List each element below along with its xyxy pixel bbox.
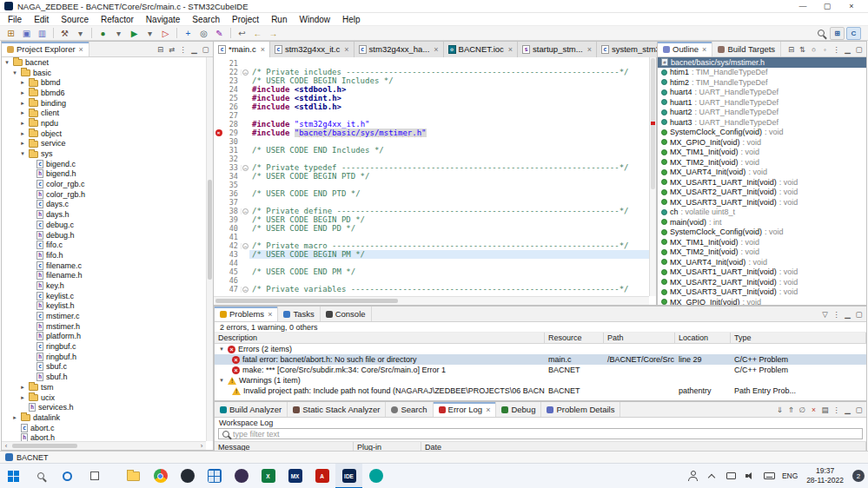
outline-item[interactable]: MX_TIM1_Init(void) : void [658, 148, 866, 158]
collapse-all-icon[interactable]: ⊟ [785, 43, 797, 56]
clear-log-icon[interactable]: ∅ [797, 404, 808, 416]
hscroll-thumb[interactable] [12, 444, 77, 448]
tree-item[interactable]: hringbuf.h [2, 352, 206, 362]
cortana-icon[interactable] [54, 464, 81, 488]
menu-search[interactable]: Search [186, 14, 226, 25]
column-header-path[interactable]: Path [604, 333, 675, 343]
expand-arrow-icon[interactable]: ▸ [19, 394, 26, 401]
outline-item[interactable]: MX_UART4_Init(void) : void [658, 168, 866, 178]
tree-item[interactable]: ▾basic [2, 68, 206, 78]
close-button[interactable]: × [839, 2, 864, 10]
outline-item[interactable]: SystemClock_Config(void) : void [658, 228, 866, 238]
mark-occurrences-icon[interactable]: ✎ [212, 27, 227, 40]
tree-item[interactable]: hbigend.h [2, 169, 206, 180]
tree-item[interactable]: cmstimer.c [2, 311, 206, 321]
outline-item[interactable]: MX_USART3_UART_Init(void) : void [658, 197, 866, 208]
editor-tab-stm32g4xxha[interactable]: cstm32g4xx_ha...× [354, 42, 444, 57]
user-icon[interactable] [683, 464, 702, 488]
outline-item[interactable]: ch : volatile uint8_t [658, 208, 866, 218]
outline-item[interactable]: MX_TIM2_Init(void) : void [658, 247, 866, 258]
chevron-up-icon[interactable] [702, 464, 721, 488]
volume-icon[interactable] [740, 464, 759, 488]
menu-window[interactable]: Window [293, 14, 336, 25]
problem-row[interactable]: Invalid project path: Include path not f… [215, 386, 866, 396]
open-perspective-icon[interactable]: ⊞ [830, 27, 845, 40]
hscroll-track[interactable] [10, 442, 197, 450]
outline-item[interactable]: MX_UART4_Init(void) : void [658, 257, 866, 267]
tree-item[interactable]: cdebug.c [2, 220, 206, 230]
run-menu-icon[interactable]: ▾ [142, 27, 157, 40]
stm32cubeprogrammer-icon[interactable] [362, 464, 389, 488]
tab-project-explorer[interactable]: Project Explorer× [2, 42, 89, 57]
close-icon[interactable]: × [508, 45, 513, 54]
tree-item[interactable]: ▸npdu [2, 118, 206, 129]
menu-run[interactable]: Run [265, 14, 293, 25]
explorer-hscrollbar[interactable] [2, 441, 206, 450]
taskbar-search-icon[interactable] [27, 464, 54, 488]
tree-item[interactable]: hplatform.h [2, 332, 206, 342]
expand-arrow-icon[interactable]: ▸ [19, 120, 26, 127]
view-menu-icon[interactable]: ⋮ [831, 43, 842, 56]
expand-arrow-icon[interactable]: ▸ [19, 100, 26, 107]
outline-item[interactable]: huart4 : UART_HandleTypeDef [658, 88, 866, 98]
sort-icon[interactable]: ⇅ [797, 43, 808, 56]
forward-icon[interactable]: → [266, 27, 281, 40]
tree-item[interactable]: hdebug.h [2, 230, 206, 241]
close-icon[interactable]: × [587, 45, 592, 54]
tree-item[interactable]: cringbuf.c [2, 341, 206, 352]
fold-collapse-icon[interactable]: − [242, 243, 248, 249]
tree-item[interactable]: ▾sys [2, 148, 206, 159]
tab-static-stack-analyzer[interactable]: Static Stack Analyzer [288, 402, 386, 418]
tree-item[interactable]: cfifo.c [2, 240, 206, 250]
column-header-resource[interactable]: Resource [545, 333, 604, 343]
outline-item[interactable]: MX_USART3_UART_Init(void) : void [658, 287, 866, 298]
expand-arrow-icon[interactable]: ▸ [19, 384, 26, 391]
network-icon[interactable] [721, 464, 740, 488]
code-editor[interactable]: 2122−/* Private includes ---------------… [214, 57, 656, 305]
maximize-view-icon[interactable]: ▢ [853, 404, 865, 416]
tree-item[interactable]: cfilename.c [2, 260, 206, 271]
tree-item[interactable]: ▸bbmd6 [2, 88, 206, 98]
delete-log-icon[interactable]: × [808, 404, 819, 416]
error-overview-marker[interactable] [651, 122, 655, 125]
keyboard-icon[interactable] [759, 464, 779, 488]
hide-static-icon[interactable]: ◦ [819, 43, 831, 56]
tree-item[interactable]: ▸service [2, 139, 206, 149]
tab-build-targets[interactable]: Build Targets [712, 42, 781, 57]
collapse-arrow-icon[interactable]: ▾ [218, 377, 225, 384]
outline-item[interactable]: SystemClock_Config(void) : void [658, 128, 866, 138]
column-header-location[interactable]: Location [675, 333, 731, 343]
acrobat-icon[interactable]: A [308, 464, 335, 488]
tree-item[interactable]: ckeylist.c [2, 291, 206, 301]
expand-arrow-icon[interactable]: ▸ [19, 89, 26, 96]
outline-item[interactable]: MX_USART1_UART_Init(void) : void [658, 267, 866, 278]
tree-item[interactable]: cdays.c [2, 200, 206, 210]
filter-icon[interactable]: ▽ [819, 308, 831, 320]
tree-item[interactable]: ▸tsm [2, 382, 206, 392]
vscroll-thumb[interactable] [208, 180, 212, 280]
excel-icon[interactable]: X [255, 464, 282, 488]
action-center-icon[interactable]: 2 [849, 464, 868, 488]
open-log-icon[interactable]: ▤ [819, 404, 831, 416]
outline-item[interactable]: MX_GPIO_Init(void) : void [658, 137, 866, 148]
tree-item[interactable]: habort.h [2, 432, 206, 441]
editor-tab-stm32g4xxitc[interactable]: cstm32g4xx_it.c× [270, 42, 354, 57]
outline-item[interactable]: huart3 : UART_HandleTypeDef [658, 117, 866, 128]
media-app-icon[interactable] [228, 464, 255, 488]
save-all-icon[interactable]: ▥ [35, 27, 50, 40]
maximize-button[interactable]: ▢ [815, 2, 839, 10]
tree-item[interactable]: ▸binding [2, 98, 206, 109]
explorer-vscrollbar[interactable] [206, 57, 213, 441]
build-menu-icon[interactable]: ▾ [73, 27, 88, 40]
menu-source[interactable]: Source [55, 14, 95, 25]
start-button[interactable] [0, 464, 27, 488]
view-menu-icon[interactable]: ⋮ [831, 404, 842, 416]
outline-item[interactable]: htim2 : TIM_HandleTypeDef [658, 77, 866, 88]
collapse-arrow-icon[interactable]: ▾ [19, 150, 26, 157]
tree-item[interactable]: hfilename.h [2, 270, 206, 280]
tree-item[interactable]: hfifo.h [2, 250, 206, 260]
quick-access-search-icon[interactable] [813, 27, 828, 40]
tab-problem-details[interactable]: Problem Details [541, 402, 620, 418]
close-icon[interactable]: × [486, 406, 490, 414]
link-with-editor-icon[interactable]: ⇄ [166, 43, 177, 56]
